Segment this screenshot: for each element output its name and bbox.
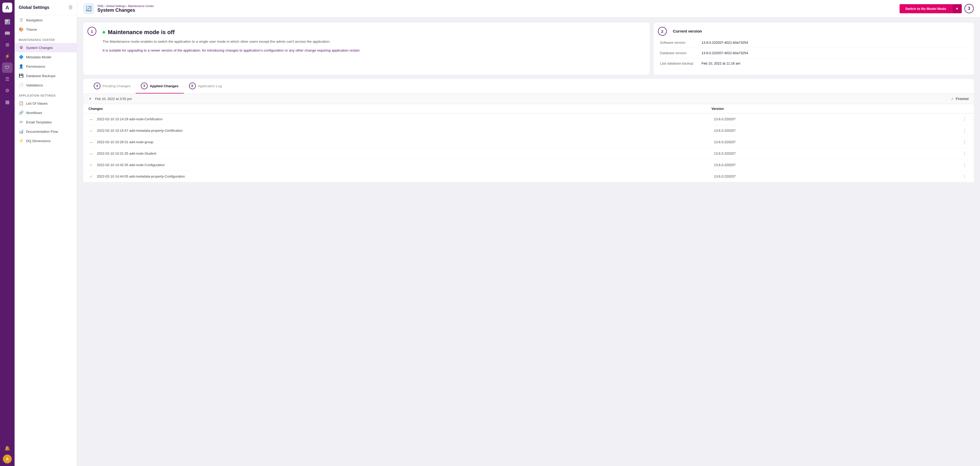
row-menu-button[interactable]: ⋮ xyxy=(961,128,969,133)
maintenance-title-row: Maintenance mode is off xyxy=(89,29,643,36)
row-menu-button[interactable]: ⋮ xyxy=(961,140,969,145)
software-label: Software version: xyxy=(660,41,702,45)
tab-label: Pending Changes xyxy=(103,84,130,88)
icon-table[interactable]: ▦ xyxy=(2,97,13,107)
icon-book[interactable]: 📖 xyxy=(2,28,13,38)
maintenance-panel: 1 Maintenance mode is off The Maintenanc… xyxy=(83,23,650,75)
sidebar-item-email-templates[interactable]: ✉ Email Templates xyxy=(14,118,77,127)
workflows-icon: 🔗 xyxy=(19,110,24,115)
sidebar-hamburger-icon[interactable]: ☰ xyxy=(68,5,73,10)
row-version: 13.6.0.220207 xyxy=(714,140,961,144)
row-change: 2022-02-10 10:14:29 add-node-Certificati… xyxy=(97,117,714,121)
sidebar-item-label: DQ Dimensions xyxy=(26,139,51,143)
email-icon: ✉ xyxy=(19,120,24,124)
row-change: 2022-02-10 14:44:05 add-metadata-propert… xyxy=(97,175,714,178)
backup-label: Last database backup: xyxy=(660,62,702,65)
sidebar-item-navigation[interactable]: ☰ Navigation xyxy=(14,15,77,25)
row-change: 2022-02-10 10:15:47 add-metadata-propert… xyxy=(97,129,714,132)
breadcrumb-global-settings: Global Settings xyxy=(106,5,126,8)
icon-list[interactable]: ☰ xyxy=(2,74,13,84)
permissions-icon: 👤 xyxy=(19,64,24,69)
database-label: Database version: xyxy=(660,51,702,55)
topbar: 🔄 ONE › Global Settings › Maintenance Ce… xyxy=(77,0,980,17)
icon-shield[interactable]: 🛡 xyxy=(2,62,13,73)
maintenance-center-label: Maintenance Center xyxy=(14,34,77,43)
topbar-info: ONE › Global Settings › Maintenance Cent… xyxy=(97,5,154,13)
database-icon: 💾 xyxy=(19,73,24,78)
metadata-icon: 🔷 xyxy=(19,55,24,59)
tab-badge-5: 5 xyxy=(141,83,148,89)
topbar-left: 🔄 ONE › Global Settings › Maintenance Ce… xyxy=(83,3,154,14)
row-status-icon: — xyxy=(89,117,94,121)
avatar[interactable]: A xyxy=(3,455,12,463)
database-value: 13.6.0.220207-4021-b0a73254 xyxy=(702,51,748,55)
row-change: 2022-02-10 10:31:35 add-node-Student xyxy=(97,151,714,156)
sidebar-item-permissions[interactable]: 👤 Permissions xyxy=(14,62,77,71)
icon-gear[interactable]: ⚙ xyxy=(2,85,13,96)
row-status-icon: — xyxy=(89,129,94,133)
table-row: — 2022-02-10 10:15:47 add-metadata-prope… xyxy=(83,125,974,137)
sidebar-item-documentation-flow[interactable]: 📊 Documentation Flow xyxy=(14,127,77,136)
sidebar-item-theme[interactable]: 🎨 Theme xyxy=(14,25,77,34)
switch-mode-dropdown-button[interactable]: ▼ xyxy=(952,4,962,13)
sidebar-item-workflows[interactable]: 🔗 Workflows xyxy=(14,108,77,118)
sidebar-item-label: Database Backups xyxy=(26,74,56,78)
row-status-icon: ✓ xyxy=(89,163,94,167)
switch-mode-button[interactable]: Switch to No Model Mode xyxy=(900,4,952,13)
check-icon: ✓ xyxy=(951,96,954,101)
sidebar-item-label: Permissions xyxy=(26,65,45,68)
list-values-icon: 📋 xyxy=(19,101,24,106)
step-2-badge: 2 xyxy=(658,27,667,36)
table-row: ✓ 2022-02-10 14:42:35 add-node-Configura… xyxy=(83,159,974,171)
expand-button[interactable]: ▼ xyxy=(89,97,92,101)
tab-applied-changes[interactable]: 5 Applied Changes xyxy=(136,79,183,94)
breadcrumb: ONE › Global Settings › Maintenance Cent… xyxy=(97,5,154,8)
finished-label: Finished xyxy=(956,97,969,101)
row-version: 13.6.0.220207 xyxy=(714,129,961,132)
app-logo[interactable]: A xyxy=(2,3,12,13)
version-panel-title: Current version xyxy=(660,29,967,33)
status-finished: ✓ Finished xyxy=(951,96,969,101)
sidebar-item-label: Metadata Model xyxy=(26,55,51,59)
sidebar-item-database-backups[interactable]: 💾 Database Backups xyxy=(14,71,77,80)
maintenance-desc-2: It is suitable for upgrading to a newer … xyxy=(89,48,643,53)
sidebar-item-metadata-model[interactable]: 🔷 Metadata Model xyxy=(14,52,77,62)
table-row: ✓ 2022-02-10 14:44:05 add-metadata-prope… xyxy=(83,171,974,182)
sidebar-item-system-changes[interactable]: ⚙ System Changes xyxy=(14,43,77,52)
topbar-right: Switch to No Model Mode ▼ 3 xyxy=(900,4,974,13)
sidebar-item-label: Navigation xyxy=(26,18,43,22)
sidebar-item-label: Validations xyxy=(26,83,43,87)
tab-application-log[interactable]: 6 Application Log xyxy=(184,79,227,94)
navigation-icon: ☰ xyxy=(19,18,24,22)
sidebar-item-validations[interactable]: 📄 Validations xyxy=(14,80,77,90)
date-label: Feb 10, 2022 at 3:55 pm xyxy=(95,97,951,101)
sidebar-item-dq-dimensions[interactable]: ⚡ DQ Dimensions xyxy=(14,136,77,146)
sidebar-item-list-of-values[interactable]: 📋 List Of Values xyxy=(14,99,77,108)
row-status-icon: ✓ xyxy=(89,175,94,178)
docs-icon: 📊 xyxy=(19,129,24,134)
table-date-header: ▼ Feb 10, 2022 at 3:55 pm ✓ Finished xyxy=(83,94,974,104)
sidebar-item-label: Email Templates xyxy=(26,120,52,124)
row-menu-button[interactable]: ⋮ xyxy=(961,162,969,167)
software-version-row: Software version: 13.6.0.220207-4021-b0a… xyxy=(660,38,967,48)
validations-icon: 📄 xyxy=(19,83,24,87)
version-panel: 2 Current version Software version: 13.6… xyxy=(654,23,974,75)
tab-pending-changes[interactable]: 4 Pending Changes xyxy=(89,79,136,94)
icon-bell[interactable]: 🔔 xyxy=(2,443,13,453)
row-menu-button[interactable]: ⋮ xyxy=(961,117,969,122)
column-headers: Changes Version xyxy=(83,104,974,113)
sidebar-item-label: Theme xyxy=(26,28,37,32)
breadcrumb-maintenance: Maintenance Center xyxy=(128,5,154,8)
maintenance-desc-1: The Maintenance mode enables to switch t… xyxy=(89,39,643,45)
icon-chart[interactable]: 📊 xyxy=(2,17,13,27)
app-settings-label: Application Settings xyxy=(14,90,77,99)
row-menu-button[interactable]: ⋮ xyxy=(961,151,969,156)
icon-grid[interactable]: ⊞ xyxy=(2,40,13,50)
table-row: — 2022-02-10 10:14:29 add-node-Certifica… xyxy=(83,113,974,125)
row-menu-button[interactable]: ⋮ xyxy=(961,174,969,179)
step-1-badge: 1 xyxy=(88,27,96,36)
page-title: System Changes xyxy=(97,8,154,13)
icon-bars[interactable]: ⚡ xyxy=(2,51,13,62)
breadcrumb-one: ONE xyxy=(97,5,103,8)
sidebar-item-label: Workflows xyxy=(26,111,42,115)
